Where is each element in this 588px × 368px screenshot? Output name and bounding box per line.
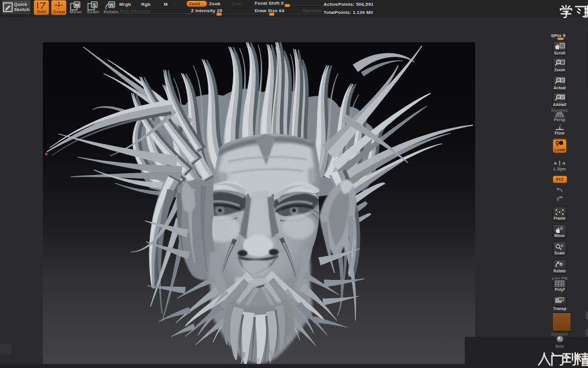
svg-text:1: 1 — [559, 161, 561, 163]
svg-text:2: 2 — [557, 198, 560, 202]
